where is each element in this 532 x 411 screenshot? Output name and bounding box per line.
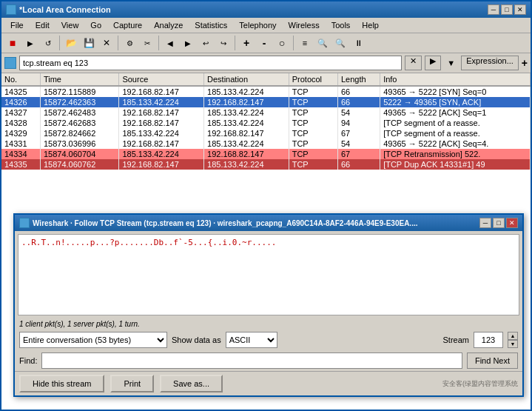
tb-back[interactable]: ◀ [162, 35, 178, 51]
cell-len: 94 [337, 118, 380, 128]
tb-autoscroll[interactable]: ↺ [40, 35, 56, 51]
minimize-button[interactable]: ─ [488, 4, 499, 15]
table-row[interactable]: 1432715872.462483192.168.82.147185.133.4… [1, 107, 531, 118]
toolbar: ■ ▶ ↺ 📂 💾 ✕ ⚙ ✂ ◀ ▶ ↩ ↪ + - ○ ≡ 🔍 🔍 ⏸ [1, 33, 531, 53]
table-row[interactable]: 1432515872.115889192.168.82.147185.133.4… [1, 86, 531, 97]
stream-number-input[interactable] [474, 332, 503, 348]
menu-analyze[interactable]: Analyze [148, 19, 189, 31]
cell-source: 185.133.42.224 [119, 149, 204, 159]
col-header-time[interactable]: Time [40, 73, 118, 86]
tb-forward[interactable]: ▶ [180, 35, 196, 51]
tb-reload[interactable]: ⚙ [121, 35, 138, 51]
menu-statistics[interactable]: Statistics [189, 19, 233, 31]
find-input[interactable] [41, 352, 462, 369]
tb-close[interactable]: ✕ [98, 35, 115, 51]
cell-no: 14334 [1, 149, 40, 159]
cell-no: 14325 [1, 86, 40, 97]
sub-maximize-button[interactable]: □ [493, 218, 505, 228]
tb-filter-toolbar[interactable]: ≡ [297, 35, 313, 51]
find-next-button[interactable]: Find Next [467, 352, 518, 369]
cell-source: 185.133.42.224 [119, 97, 204, 107]
tb-jumpend[interactable]: ↪ [215, 35, 232, 51]
menu-help[interactable]: Help [356, 19, 385, 31]
col-header-info[interactable]: Info [380, 73, 531, 86]
table-row[interactable]: 1432915872.824662185.133.42.224192.168.8… [1, 128, 531, 138]
cell-dest: 185.133.42.224 [204, 118, 289, 128]
maximize-button[interactable]: □ [501, 4, 513, 15]
conversation-select[interactable]: Entire conversation (53 bytes) [19, 332, 167, 348]
tb-find[interactable]: ⏸ [350, 35, 366, 51]
add-filter-button[interactable]: + [522, 57, 528, 69]
tb-jump[interactable]: ↩ [198, 35, 214, 51]
filter-input[interactable] [19, 56, 402, 70]
menu-view[interactable]: View [55, 19, 85, 31]
cell-proto: TCP [289, 86, 337, 97]
tb-save[interactable]: 💾 [81, 35, 97, 51]
menu-wireless[interactable]: Wireless [283, 19, 326, 31]
col-header-no[interactable]: No. [1, 73, 40, 86]
sub-minimize-button[interactable]: ─ [479, 218, 491, 228]
cell-source: 192.168.82.147 [119, 86, 204, 97]
main-window-title: *Local Area Connection [19, 5, 111, 14]
tb-sep-2 [118, 36, 118, 50]
hide-stream-button[interactable]: Hide this stream [19, 375, 104, 392]
stream-number-down[interactable]: ▼ [508, 340, 518, 348]
sub-close-button[interactable]: ✕ [506, 218, 518, 228]
cell-dest: 192.168.82.147 [204, 97, 289, 107]
expression-button[interactable]: Expression... [461, 56, 519, 70]
tb-zoom-reset[interactable]: ○ [274, 35, 290, 51]
show-data-label: Show data as [172, 335, 221, 344]
table-row[interactable]: 1433115873.036996192.168.82.147185.133.4… [1, 138, 531, 149]
stream-controls: Entire conversation (53 bytes) Show data… [15, 330, 522, 350]
cell-proto: TCP [289, 159, 337, 170]
cell-source: 192.168.82.147 [119, 159, 204, 170]
tb-zoom-out[interactable]: - [256, 35, 272, 51]
menu-capture[interactable]: Capture [107, 19, 148, 31]
close-button[interactable]: ✕ [514, 4, 526, 15]
tb-search[interactable]: 🔍 [314, 35, 331, 51]
tb-stop[interactable]: ■ [4, 35, 21, 51]
menu-telephony[interactable]: Telephony [233, 19, 282, 31]
tb-zoom-in[interactable]: + [238, 35, 255, 51]
format-select[interactable]: ASCII Hex Dump C Arrays Raw [226, 332, 277, 348]
menu-go[interactable]: Go [84, 19, 107, 31]
menu-file[interactable]: File [4, 19, 30, 31]
sub-title-buttons: ─ □ ✕ [479, 218, 518, 228]
table-row[interactable]: 1433515874.060762192.168.82.147185.133.4… [1, 159, 531, 170]
stream-number-label: Stream [443, 335, 469, 344]
sub-title-left: Wireshark · Follow TCP Stream (tcp.strea… [19, 218, 417, 228]
stream-number-up[interactable]: ▲ [508, 332, 518, 340]
cell-dest: 185.133.42.224 [204, 86, 289, 97]
table-row[interactable]: 1432815872.462683192.168.82.147185.133.4… [1, 118, 531, 128]
cell-len: 54 [337, 107, 380, 118]
tb-sep-1 [59, 36, 60, 50]
tb-restart[interactable]: ▶ [22, 35, 38, 51]
filter-clear-button[interactable]: ✕ [405, 56, 422, 70]
menu-edit[interactable]: Edit [30, 19, 55, 31]
tb-open[interactable]: 📂 [63, 35, 79, 51]
watermark: 安全客(绿盟内容管理系统 [442, 379, 518, 389]
col-header-length[interactable]: Length [337, 73, 380, 86]
app-icon [6, 4, 16, 15]
menu-tools[interactable]: Tools [326, 19, 357, 31]
cell-time: 15872.824662 [40, 128, 118, 138]
filter-bar: ✕ ▶ ▼ Expression... + [1, 53, 531, 73]
col-header-protocol[interactable]: Protocol [289, 73, 337, 86]
cell-info: 49365 → 5222 [SYN] Seq=0 [380, 86, 531, 97]
main-title-bar: *Local Area Connection ─ □ ✕ [1, 1, 531, 18]
cell-info: [TCP Dup ACK 14331#1] 49 [380, 159, 531, 170]
print-button[interactable]: Print [110, 375, 154, 392]
cell-info: 49365 → 5222 [ACK] Seq=4. [380, 138, 531, 149]
title-bar-buttons: ─ □ ✕ [488, 4, 526, 15]
col-header-destination[interactable]: Destination [204, 73, 289, 86]
table-row[interactable]: 1433415874.060704185.133.42.224192.168.8… [1, 149, 531, 159]
tb-preferences[interactable]: ✂ [139, 35, 155, 51]
col-header-source[interactable]: Source [119, 73, 204, 86]
save-as-button[interactable]: Save as... [160, 375, 223, 392]
filter-apply-button[interactable]: ▶ [425, 56, 441, 70]
cell-no: 14328 [1, 118, 40, 128]
cell-no: 14329 [1, 128, 40, 138]
table-row[interactable]: 1432615872.462363185.133.42.224192.168.8… [1, 97, 531, 107]
filter-dropdown-button[interactable]: ▼ [444, 59, 458, 67]
tb-mark[interactable]: 🔍 [332, 35, 349, 51]
